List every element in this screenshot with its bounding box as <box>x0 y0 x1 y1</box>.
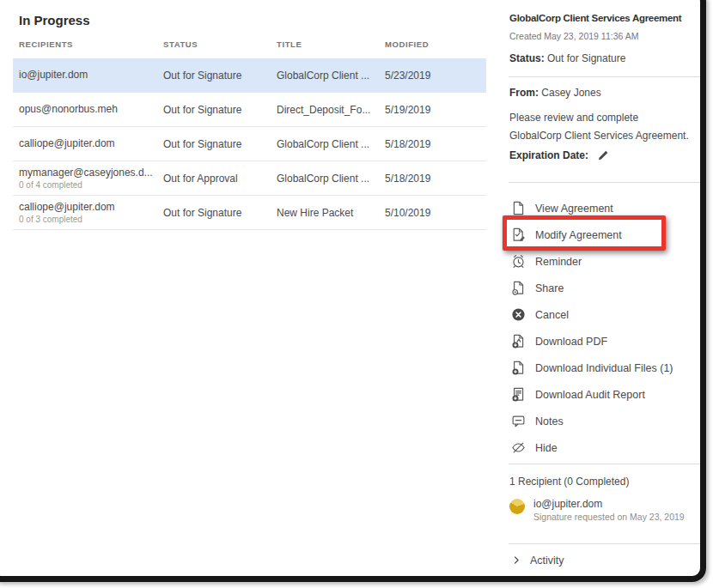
row-title: GlobalCorp Client ... <box>277 70 385 82</box>
row-status: Out for Signature <box>163 104 277 116</box>
divider <box>509 182 703 183</box>
activity-expander[interactable]: Activity <box>509 553 700 567</box>
row-title: GlobalCorp Client ... <box>277 173 385 185</box>
row-status: Out for Signature <box>163 70 277 82</box>
share-button[interactable]: Share <box>509 275 700 301</box>
divider <box>509 543 703 544</box>
table-row[interactable]: mymanager@caseyjones.d... 0 of 4 complet… <box>13 161 486 196</box>
hide-button[interactable]: Hide <box>509 434 700 461</box>
chevron-right-icon <box>509 553 524 567</box>
action-label: Download Individual Files (1) <box>535 362 673 374</box>
row-modified: 5/23/2019 <box>385 70 486 82</box>
agreement-message: Please review and complete GlobalCorp Cl… <box>509 109 692 145</box>
table-row[interactable]: calliope@jupiter.dom Out for Signature G… <box>13 127 486 161</box>
row-recipient: calliope@jupiter.dom <box>19 201 163 214</box>
table-header: RECIPIENTS STATUS TITLE MODIFIED <box>13 39 486 58</box>
cancel-circle-icon <box>511 307 526 322</box>
table-row[interactable]: calliope@jupiter.dom 0 of 3 completed Ou… <box>13 196 486 230</box>
column-header-recipients[interactable]: RECIPIENTS <box>19 39 163 49</box>
status-label: Status: <box>509 52 545 64</box>
action-label: Share <box>535 282 564 294</box>
expiration-row: Expiration Date: <box>509 148 700 162</box>
download-report-icon <box>511 387 526 402</box>
document-share-icon <box>511 281 526 295</box>
action-label: Reminder <box>535 256 582 268</box>
activity-label: Activity <box>530 555 564 567</box>
action-label: Cancel <box>535 309 569 321</box>
alarm-clock-icon <box>511 254 526 269</box>
row-recipient: io@jupiter.dom <box>19 69 163 82</box>
recipient-detail: Signature requested on May 23, 2019 <box>533 511 685 524</box>
recipient-avatar <box>509 499 525 514</box>
document-edit-icon <box>511 227 526 242</box>
download-pdf-button[interactable]: Download PDF <box>509 328 700 355</box>
cancel-button[interactable]: Cancel <box>509 301 700 328</box>
column-header-modified[interactable]: MODIFIED <box>385 39 486 49</box>
row-title: GlobalCorp Client ... <box>277 138 385 150</box>
pencil-icon[interactable] <box>596 148 611 162</box>
view-agreement-button[interactable]: View Agreement <box>509 195 700 221</box>
table-row[interactable]: opus@nonorbus.meh Out for Signature Dire… <box>13 93 486 127</box>
in-progress-pane: In Progress RECIPIENTS STATUS TITLE MODI… <box>13 9 486 230</box>
action-label: Download Audit Report <box>535 389 645 401</box>
row-modified: 5/18/2019 <box>385 173 486 185</box>
column-header-title[interactable]: TITLE <box>277 39 385 49</box>
app-window: In Progress RECIPIENTS STATUS TITLE MODI… <box>0 0 713 588</box>
document-icon <box>511 201 526 215</box>
notes-button[interactable]: Notes <box>509 408 700 434</box>
download-file-icon <box>511 361 526 375</box>
action-label: Hide <box>535 442 558 454</box>
row-status: Out for Approval <box>163 173 277 185</box>
from-value: Casey Jones <box>541 87 600 99</box>
action-label: Modify Agreement <box>535 229 622 241</box>
agreement-status-line: Status: Out for Signature <box>509 52 700 64</box>
download-pdf-icon <box>511 334 526 349</box>
action-label: Notes <box>535 415 564 427</box>
agreement-from-line: From: Casey Jones <box>509 87 700 99</box>
row-recipient: calliope@jupiter.dom <box>19 137 163 150</box>
divider <box>509 76 703 77</box>
row-modified: 5/18/2019 <box>385 138 486 150</box>
row-title: New Hire Packet <box>277 207 385 219</box>
table-row[interactable]: io@jupiter.dom Out for Signature GlobalC… <box>13 58 486 93</box>
reminder-button[interactable]: Reminder <box>509 248 700 275</box>
recipient-item[interactable]: io@jupiter.dom Signature requested on Ma… <box>509 497 700 524</box>
expiration-label: Expiration Date: <box>509 149 588 161</box>
row-progress: 0 of 3 completed <box>19 214 163 225</box>
modify-agreement-button[interactable]: Modify Agreement <box>509 221 700 248</box>
divider <box>509 464 703 464</box>
status-value: Out for Signature <box>547 52 625 64</box>
recipients-header: 1 Recipient (0 Completed) <box>509 476 700 488</box>
notes-icon <box>511 414 526 428</box>
row-recipient: mymanager@caseyjones.d... <box>19 167 163 179</box>
row-status: Out for Signature <box>163 207 277 219</box>
action-list: View Agreement Modify Agreement Remi <box>509 195 700 461</box>
download-individual-files-button[interactable]: Download Individual Files (1) <box>509 355 700 381</box>
row-title: Direct_Deposit_Fo... <box>277 104 385 116</box>
column-header-status[interactable]: STATUS <box>163 39 277 49</box>
page-title: In Progress <box>19 12 486 28</box>
action-label: View Agreement <box>535 203 613 215</box>
recipient-email: io@jupiter.dom <box>533 497 685 511</box>
hide-eye-icon <box>511 440 526 455</box>
row-modified: 5/10/2019 <box>385 207 486 219</box>
row-recipient: opus@nonorbus.meh <box>19 103 163 116</box>
agreement-created-date: Created May 23, 2019 11:36 AM <box>509 31 700 41</box>
from-label: From: <box>509 87 539 99</box>
action-label: Download PDF <box>535 336 607 348</box>
row-status: Out for Signature <box>163 138 277 150</box>
download-audit-report-button[interactable]: Download Audit Report <box>509 381 700 408</box>
row-modified: 5/19/2019 <box>385 104 486 116</box>
row-progress: 0 of 4 completed <box>19 179 163 191</box>
agreement-title: GlobalCorp Client Services Agreement <box>509 13 700 23</box>
